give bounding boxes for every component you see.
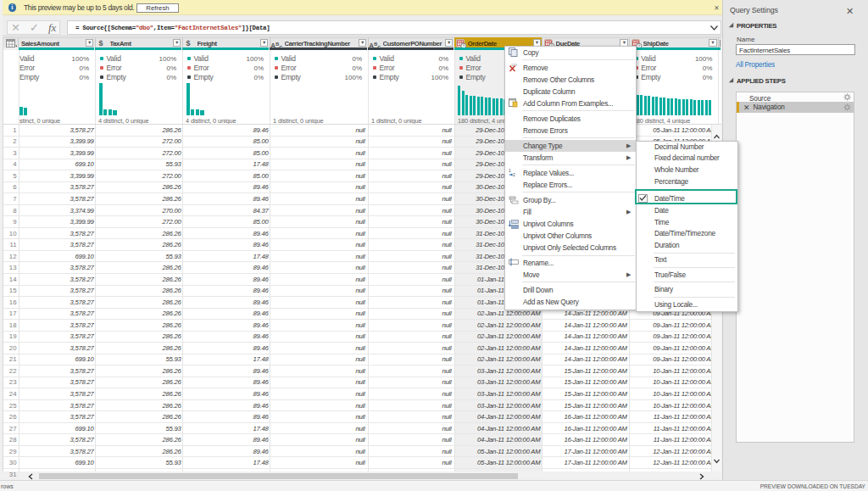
svg-text:1: 1 <box>509 168 511 173</box>
